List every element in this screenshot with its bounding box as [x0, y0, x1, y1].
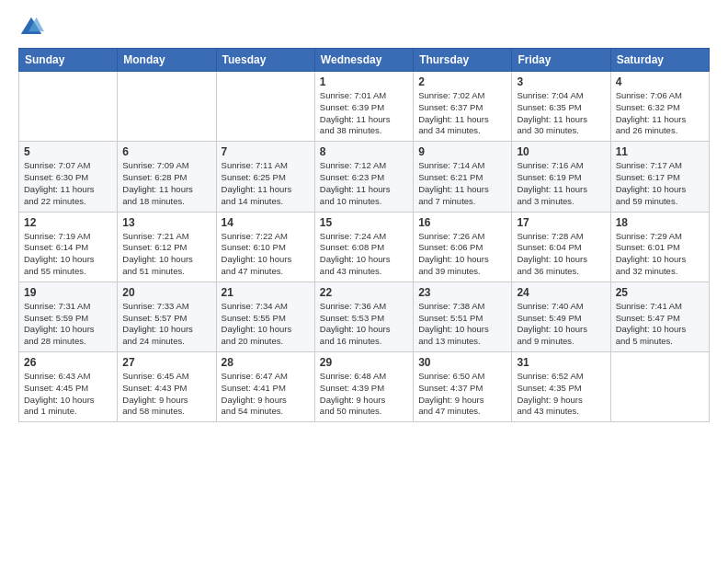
calendar-cell: 5Sunrise: 7:07 AM Sunset: 6:30 PM Daylig…	[19, 142, 118, 212]
calendar-cell: 2Sunrise: 7:02 AM Sunset: 6:37 PM Daylig…	[414, 72, 512, 142]
day-number: 24	[517, 286, 605, 299]
day-number: 13	[122, 216, 210, 229]
day-number: 6	[122, 145, 210, 158]
day-number: 22	[320, 286, 408, 299]
day-info: Sunrise: 7:24 AM Sunset: 6:08 PM Dayligh…	[320, 231, 408, 278]
calendar-cell: 18Sunrise: 7:29 AM Sunset: 6:01 PM Dayli…	[610, 212, 709, 282]
calendar-cell: 21Sunrise: 7:34 AM Sunset: 5:55 PM Dayli…	[216, 282, 314, 351]
day-info: Sunrise: 7:36 AM Sunset: 5:53 PM Dayligh…	[320, 301, 408, 348]
day-number: 7	[222, 145, 310, 158]
weekday-header-thursday: Thursday	[414, 49, 512, 72]
day-info: Sunrise: 7:12 AM Sunset: 6:23 PM Dayligh…	[320, 160, 408, 207]
day-info: Sunrise: 6:43 AM Sunset: 4:45 PM Dayligh…	[24, 371, 112, 418]
day-info: Sunrise: 7:31 AM Sunset: 5:59 PM Dayligh…	[24, 301, 112, 348]
day-number: 20	[122, 286, 210, 299]
weekday-header-friday: Friday	[512, 49, 610, 72]
day-info: Sunrise: 7:09 AM Sunset: 6:28 PM Dayligh…	[122, 160, 210, 207]
logo-icon	[18, 15, 44, 40]
calendar-cell	[118, 72, 216, 142]
calendar-cell: 8Sunrise: 7:12 AM Sunset: 6:23 PM Daylig…	[314, 142, 413, 212]
day-info: Sunrise: 7:14 AM Sunset: 6:21 PM Dayligh…	[418, 160, 506, 207]
day-info: Sunrise: 7:01 AM Sunset: 6:39 PM Dayligh…	[320, 90, 408, 137]
day-number: 3	[517, 75, 605, 88]
day-number: 30	[418, 356, 506, 369]
day-info: Sunrise: 7:16 AM Sunset: 6:19 PM Dayligh…	[517, 160, 605, 207]
day-number: 29	[320, 356, 408, 369]
day-number: 19	[24, 286, 112, 299]
calendar-cell: 16Sunrise: 7:26 AM Sunset: 6:06 PM Dayli…	[414, 212, 512, 282]
calendar-cell	[216, 72, 314, 142]
day-info: Sunrise: 7:29 AM Sunset: 6:01 PM Dayligh…	[616, 231, 704, 278]
logo	[18, 15, 46, 40]
day-info: Sunrise: 7:17 AM Sunset: 6:17 PM Dayligh…	[616, 160, 704, 207]
calendar-cell: 7Sunrise: 7:11 AM Sunset: 6:25 PM Daylig…	[216, 142, 314, 212]
weekday-header-saturday: Saturday	[610, 49, 709, 72]
calendar-cell: 31Sunrise: 6:52 AM Sunset: 4:35 PM Dayli…	[512, 352, 610, 422]
calendar: SundayMondayTuesdayWednesdayThursdayFrid…	[18, 48, 710, 422]
day-number: 9	[418, 145, 506, 158]
calendar-week-3: 12Sunrise: 7:19 AM Sunset: 6:14 PM Dayli…	[19, 212, 710, 282]
weekday-header-monday: Monday	[118, 49, 216, 72]
calendar-cell: 12Sunrise: 7:19 AM Sunset: 6:14 PM Dayli…	[19, 212, 118, 282]
day-number: 21	[222, 286, 310, 299]
day-number: 26	[24, 356, 112, 369]
day-number: 10	[517, 145, 605, 158]
calendar-cell: 23Sunrise: 7:38 AM Sunset: 5:51 PM Dayli…	[414, 282, 512, 351]
day-info: Sunrise: 7:40 AM Sunset: 5:49 PM Dayligh…	[517, 301, 605, 348]
calendar-week-4: 19Sunrise: 7:31 AM Sunset: 5:59 PM Dayli…	[19, 282, 710, 351]
calendar-cell: 30Sunrise: 6:50 AM Sunset: 4:37 PM Dayli…	[414, 352, 512, 422]
day-number: 31	[517, 356, 605, 369]
calendar-week-1: 1Sunrise: 7:01 AM Sunset: 6:39 PM Daylig…	[19, 72, 710, 142]
calendar-cell: 17Sunrise: 7:28 AM Sunset: 6:04 PM Dayli…	[512, 212, 610, 282]
calendar-cell: 19Sunrise: 7:31 AM Sunset: 5:59 PM Dayli…	[19, 282, 118, 351]
page: SundayMondayTuesdayWednesdayThursdayFrid…	[0, 0, 728, 563]
day-info: Sunrise: 7:33 AM Sunset: 5:57 PM Dayligh…	[122, 301, 210, 348]
day-info: Sunrise: 7:19 AM Sunset: 6:14 PM Dayligh…	[24, 231, 112, 278]
day-info: Sunrise: 6:48 AM Sunset: 4:39 PM Dayligh…	[320, 371, 408, 418]
calendar-cell	[610, 352, 709, 422]
calendar-cell: 11Sunrise: 7:17 AM Sunset: 6:17 PM Dayli…	[610, 142, 709, 212]
day-info: Sunrise: 7:28 AM Sunset: 6:04 PM Dayligh…	[517, 231, 605, 278]
calendar-cell: 28Sunrise: 6:47 AM Sunset: 4:41 PM Dayli…	[216, 352, 314, 422]
calendar-week-5: 26Sunrise: 6:43 AM Sunset: 4:45 PM Dayli…	[19, 352, 710, 422]
calendar-cell: 15Sunrise: 7:24 AM Sunset: 6:08 PM Dayli…	[314, 212, 413, 282]
calendar-cell: 26Sunrise: 6:43 AM Sunset: 4:45 PM Dayli…	[19, 352, 118, 422]
calendar-cell: 13Sunrise: 7:21 AM Sunset: 6:12 PM Dayli…	[118, 212, 216, 282]
calendar-cell: 9Sunrise: 7:14 AM Sunset: 6:21 PM Daylig…	[414, 142, 512, 212]
calendar-cell: 6Sunrise: 7:09 AM Sunset: 6:28 PM Daylig…	[118, 142, 216, 212]
calendar-cell: 10Sunrise: 7:16 AM Sunset: 6:19 PM Dayli…	[512, 142, 610, 212]
calendar-cell: 29Sunrise: 6:48 AM Sunset: 4:39 PM Dayli…	[314, 352, 413, 422]
day-info: Sunrise: 7:07 AM Sunset: 6:30 PM Dayligh…	[24, 160, 112, 207]
calendar-cell: 3Sunrise: 7:04 AM Sunset: 6:35 PM Daylig…	[512, 72, 610, 142]
calendar-cell: 20Sunrise: 7:33 AM Sunset: 5:57 PM Dayli…	[118, 282, 216, 351]
day-info: Sunrise: 7:04 AM Sunset: 6:35 PM Dayligh…	[517, 90, 605, 137]
calendar-cell: 27Sunrise: 6:45 AM Sunset: 4:43 PM Dayli…	[118, 352, 216, 422]
day-number: 5	[24, 145, 112, 158]
day-number: 12	[24, 216, 112, 229]
calendar-cell: 14Sunrise: 7:22 AM Sunset: 6:10 PM Dayli…	[216, 212, 314, 282]
day-info: Sunrise: 7:02 AM Sunset: 6:37 PM Dayligh…	[418, 90, 506, 137]
day-number: 18	[616, 216, 704, 229]
calendar-header: SundayMondayTuesdayWednesdayThursdayFrid…	[19, 49, 710, 72]
day-info: Sunrise: 7:34 AM Sunset: 5:55 PM Dayligh…	[222, 301, 310, 348]
day-number: 4	[616, 75, 704, 88]
day-number: 28	[222, 356, 310, 369]
day-number: 27	[122, 356, 210, 369]
day-number: 17	[517, 216, 605, 229]
day-info: Sunrise: 7:11 AM Sunset: 6:25 PM Dayligh…	[222, 160, 310, 207]
day-number: 25	[616, 286, 704, 299]
day-number: 1	[320, 75, 408, 88]
weekday-header-sunday: Sunday	[19, 49, 118, 72]
day-info: Sunrise: 6:47 AM Sunset: 4:41 PM Dayligh…	[222, 371, 310, 418]
day-info: Sunrise: 7:22 AM Sunset: 6:10 PM Dayligh…	[222, 231, 310, 278]
calendar-cell: 24Sunrise: 7:40 AM Sunset: 5:49 PM Dayli…	[512, 282, 610, 351]
day-info: Sunrise: 7:21 AM Sunset: 6:12 PM Dayligh…	[122, 231, 210, 278]
day-number: 15	[320, 216, 408, 229]
day-info: Sunrise: 7:38 AM Sunset: 5:51 PM Dayligh…	[418, 301, 506, 348]
day-info: Sunrise: 6:45 AM Sunset: 4:43 PM Dayligh…	[122, 371, 210, 418]
weekday-header-tuesday: Tuesday	[216, 49, 314, 72]
calendar-cell: 4Sunrise: 7:06 AM Sunset: 6:32 PM Daylig…	[610, 72, 709, 142]
calendar-cell	[19, 72, 118, 142]
day-number: 16	[418, 216, 506, 229]
calendar-cell: 25Sunrise: 7:41 AM Sunset: 5:47 PM Dayli…	[610, 282, 709, 351]
